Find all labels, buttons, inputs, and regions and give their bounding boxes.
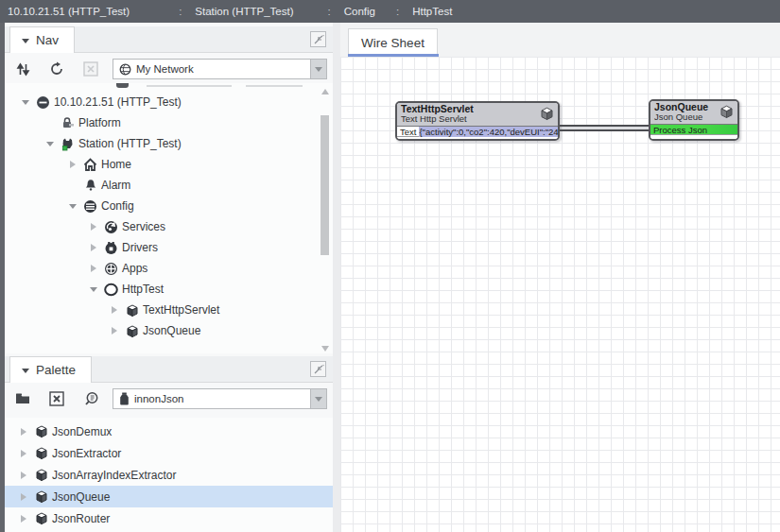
block-port-process-json[interactable]: Process Json (650, 125, 737, 135)
nav-tree-scrollbar[interactable] (320, 85, 331, 352)
palette-item-jsonqueue-selected[interactable]: JsonQueue (5, 486, 333, 507)
component-cube-icon (124, 324, 140, 338)
palette-item-label: JsonDemux (52, 425, 112, 438)
panel-splitter[interactable] (333, 23, 340, 532)
scrollbar-thumb[interactable] (321, 115, 329, 255)
palette-module-value: innonJson (134, 393, 310, 404)
folder-ring-icon (103, 283, 119, 297)
palette-module-dropdown-button[interactable] (310, 389, 326, 408)
component-cube-icon (539, 106, 555, 121)
folder-icon (15, 392, 31, 405)
network-globe-icon (119, 63, 131, 76)
expander-right-icon[interactable] (16, 493, 31, 501)
tree-item-httptest[interactable]: HttpTest (5, 279, 333, 300)
wiresheet-tab-label: Wire Sheet (361, 36, 425, 50)
expander-right-icon[interactable] (86, 244, 101, 251)
palette-item-jsonarrayindexextractor[interactable]: JsonArrayIndexExtractor (5, 464, 333, 486)
tree-item-label: 10.10.21.51 (HTTP_Test) (54, 95, 182, 109)
tree-item-jsonqueue[interactable]: JsonQueue (5, 320, 333, 341)
expander-right-icon[interactable] (107, 306, 122, 314)
palette-item-jsonextractor[interactable]: JsonExtractor (5, 442, 333, 464)
expander-right-icon[interactable] (16, 472, 31, 479)
nav-close-button[interactable] (80, 60, 101, 78)
breadcrumb-separator: : (396, 6, 399, 17)
component-cube-icon (33, 511, 49, 525)
component-cube-icon (719, 104, 735, 119)
expander-right-icon[interactable] (16, 428, 31, 436)
nav-scope-value: My Network (136, 63, 310, 75)
tree-item-home[interactable]: Home (5, 154, 333, 175)
expander-right-icon[interactable] (65, 161, 80, 168)
tree-item-label: JsonQueue (143, 324, 200, 337)
tab-nav[interactable]: Nav (9, 26, 75, 53)
config-database-icon (82, 199, 98, 214)
block-empty-row (650, 135, 737, 141)
component-cube-icon (33, 446, 49, 460)
nav-tabbar: Nav (5, 26, 333, 53)
breadcrumb-config[interactable]: Config (344, 6, 375, 17)
block-jsonqueue[interactable]: JsonQueue Json Queue Process Json (649, 99, 739, 141)
tree-item-label: Alarm (101, 179, 130, 192)
nav-tree-clipped-row (5, 83, 320, 91)
port-value: {"activity":0,"co2":420,"devEUI":"24e1 (419, 127, 558, 137)
nav-scope-dropdown-button[interactable] (310, 60, 326, 78)
services-icon (103, 220, 119, 234)
palette-item-jsondemux[interactable]: JsonDemux (5, 420, 333, 442)
tree-item-label: TextHttpServlet (143, 303, 219, 317)
expander-down-icon[interactable] (65, 200, 80, 213)
tree-item-config[interactable]: Config (5, 196, 333, 216)
search-icon (84, 391, 98, 406)
expander-down-icon[interactable] (86, 283, 101, 296)
tree-item-station[interactable]: Station (HTTP_Test) (5, 133, 333, 154)
palette-item-jsonrouter[interactable]: JsonRouter (5, 507, 333, 529)
tree-item-drivers[interactable]: Drivers (5, 237, 333, 258)
palette-open-button[interactable] (12, 389, 33, 408)
scroll-up-icon[interactable] (321, 87, 329, 94)
tree-item-services[interactable]: Services (5, 216, 333, 237)
popout-arrow-icon (313, 364, 324, 375)
tree-item-texthttpservlet[interactable]: TextHttpServlet (5, 300, 333, 320)
expander-right-icon[interactable] (16, 450, 31, 457)
palette-search-button[interactable] (80, 389, 101, 408)
palette-close-button[interactable] (46, 389, 67, 408)
palette-list[interactable]: JsonDemux JsonExtractor JsonArrayIndexEx… (5, 418, 333, 532)
block-subtitle: Text Http Servlet (401, 114, 554, 124)
link-wire[interactable] (559, 125, 650, 131)
nav-tree[interactable]: 10.10.21.51 (HTTP_Test) Platform Station… (5, 83, 333, 353)
tree-item-platform[interactable]: Platform (5, 112, 333, 133)
breadcrumb-separator: : (328, 6, 331, 17)
scroll-down-icon[interactable] (321, 344, 329, 352)
nav-panel: Nav (5, 23, 333, 353)
breadcrumb-host[interactable]: 10.10.21.51 (HTTP_Test) (8, 6, 130, 17)
nav-popout-button[interactable] (310, 31, 326, 47)
tab-wire-sheet[interactable]: Wire Sheet (348, 28, 438, 57)
port-label: Process Json (653, 125, 707, 135)
block-texthttpservlet[interactable]: TextHttpServlet Text Http Servlet Text {… (395, 101, 560, 141)
block-header: JsonQueue Json Queue (650, 101, 737, 125)
wiresheet-view: Wire Sheet TextHttpServlet Text Http Ser… (340, 23, 780, 532)
expander-right-icon[interactable] (16, 515, 31, 523)
nav-scope-combobox[interactable]: My Network (113, 59, 327, 79)
expander-right-icon[interactable] (107, 327, 122, 335)
breadcrumb-station[interactable]: Station (HTTP_Test) (195, 6, 293, 17)
apps-icon (103, 262, 119, 276)
block-port-text[interactable]: Text {"activity":0,"co2":420,"devEUI":"2… (397, 127, 558, 137)
tree-item-label: Config (101, 199, 134, 213)
breadcrumb-httptest[interactable]: HttpTest (412, 6, 452, 17)
expander-down-icon[interactable] (43, 138, 58, 150)
tree-item-apps[interactable]: Apps (5, 258, 333, 279)
nav-sort-button[interactable] (12, 60, 33, 78)
palette-item-label: JsonExtractor (52, 447, 121, 460)
tree-item-host[interactable]: 10.10.21.51 (HTTP_Test) (5, 92, 333, 112)
palette-popout-button[interactable] (310, 361, 326, 377)
expander-down-icon[interactable] (18, 96, 33, 109)
tree-item-alarm[interactable]: Alarm (5, 175, 333, 196)
tab-palette[interactable]: Palette (9, 356, 92, 383)
tab-menu-triangle-icon (22, 39, 29, 47)
nav-refresh-button[interactable] (46, 60, 67, 78)
expander-right-icon[interactable] (86, 265, 101, 272)
breadcrumb-separator: : (179, 6, 182, 17)
wiresheet-canvas[interactable]: TextHttpServlet Text Http Servlet Text {… (340, 57, 780, 532)
palette-module-combobox[interactable]: innonJson (113, 388, 327, 409)
expander-right-icon[interactable] (86, 223, 101, 231)
